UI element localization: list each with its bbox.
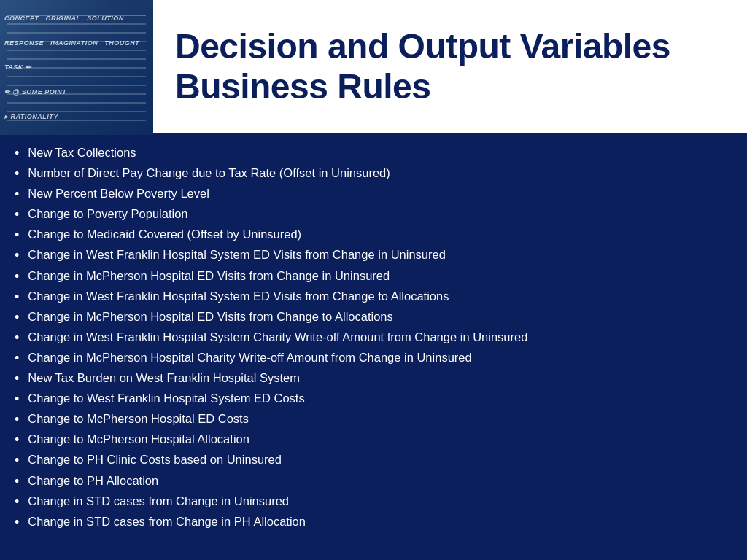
slide-title: Decision and Output Variables Business R… bbox=[175, 26, 725, 106]
img-line-4: ✏ @ some point bbox=[4, 88, 149, 96]
list-item: •Change in STD cases from Change in PH A… bbox=[15, 513, 725, 532]
bullet-text: Change in West Franklin Hospital System … bbox=[28, 288, 725, 306]
bullet-text: Change in STD cases from Change in PH Al… bbox=[28, 513, 725, 531]
bullet-text: Number of Direct Pay Change due to Tax R… bbox=[28, 165, 725, 182]
list-item: •Number of Direct Pay Change due to Tax … bbox=[15, 164, 725, 184]
bullet-dot-icon: • bbox=[15, 430, 19, 449]
list-item: •New Percent Below Poverty Level bbox=[15, 184, 725, 204]
list-item: •Change to Poverty Population bbox=[15, 205, 725, 225]
header-image: CONCEPT ORIGINAL SOLUTION RESPONSE IMAGI… bbox=[0, 0, 153, 135]
bullet-text: Change to West Franklin Hospital System … bbox=[28, 390, 725, 408]
bullet-dot-icon: • bbox=[15, 144, 19, 163]
bullet-dot-icon: • bbox=[15, 492, 19, 511]
list-item: •Change in McPherson Hospital Charity Wr… bbox=[15, 349, 725, 368]
list-item: •Change to McPherson Hospital ED Costs bbox=[15, 410, 725, 429]
slide-container: CONCEPT ORIGINAL SOLUTION RESPONSE IMAGI… bbox=[0, 0, 747, 560]
bullet-dot-icon: • bbox=[15, 389, 19, 408]
bullet-text: New Percent Below Poverty Level bbox=[28, 185, 725, 203]
list-item: •Change to West Franklin Hospital System… bbox=[15, 389, 725, 409]
img-line-5: ▸ RATIONALITY bbox=[4, 113, 149, 120]
list-item: •Change in West Franklin Hospital System… bbox=[15, 246, 725, 265]
list-item: •Change in STD cases from Change in Unin… bbox=[15, 492, 725, 512]
bullet-dot-icon: • bbox=[15, 451, 19, 470]
list-item: •Change to McPherson Hospital Allocation bbox=[15, 430, 725, 450]
header-title: Decision and Output Variables Business R… bbox=[153, 0, 747, 133]
bullet-text: Change to Poverty Population bbox=[28, 206, 725, 223]
bullet-dot-icon: • bbox=[15, 472, 19, 491]
list-item: •Change to PH Clinic Costs based on Unin… bbox=[15, 451, 725, 470]
bullet-text: Change to McPherson Hospital ED Costs bbox=[28, 411, 725, 428]
bullet-text: Change in McPherson Hospital ED Visits f… bbox=[28, 268, 725, 285]
bullet-text: Change in STD cases from Change in Unins… bbox=[28, 493, 725, 510]
list-item: •Change in West Franklin Hospital System… bbox=[15, 328, 725, 348]
bullet-text: Change to PH Clinic Costs based on Unins… bbox=[28, 451, 725, 469]
list-item: •New Tax Collections bbox=[15, 144, 725, 163]
bullet-list: •New Tax Collections•Number of Direct Pa… bbox=[15, 144, 725, 532]
img-line-1: CONCEPT ORIGINAL SOLUTION bbox=[4, 15, 149, 22]
title-line-1: Decision and Output Variables bbox=[175, 27, 670, 66]
list-item: •Change to Medicaid Covered (Offset by U… bbox=[15, 225, 725, 245]
bullet-dot-icon: • bbox=[15, 513, 19, 532]
list-item: •New Tax Burden on West Franklin Hospita… bbox=[15, 369, 725, 389]
list-item: •Change in West Franklin Hospital System… bbox=[15, 287, 725, 307]
bullet-dot-icon: • bbox=[15, 246, 19, 265]
bullet-text: Change to McPherson Hospital Allocation bbox=[28, 431, 725, 448]
bullet-dot-icon: • bbox=[15, 287, 19, 306]
list-item: •Change to PH Allocation bbox=[15, 472, 725, 491]
bullet-text: Change in West Franklin Hospital System … bbox=[28, 246, 725, 264]
bullet-text: Change in McPherson Hospital Charity Wri… bbox=[28, 349, 725, 367]
title-line-2: Business Rules bbox=[175, 67, 430, 106]
bullet-text: Change in McPherson Hospital ED Visits f… bbox=[28, 308, 725, 326]
bullet-dot-icon: • bbox=[15, 164, 19, 183]
bullet-dot-icon: • bbox=[15, 308, 19, 327]
header: CONCEPT ORIGINAL SOLUTION RESPONSE IMAGI… bbox=[0, 0, 747, 135]
bullet-text: Change to PH Allocation bbox=[28, 472, 725, 490]
bullet-text: New Tax Burden on West Franklin Hospital… bbox=[28, 370, 725, 387]
bullet-dot-icon: • bbox=[15, 369, 19, 388]
img-line-2: RESPONSE IMAGINATION THOUGHT bbox=[4, 39, 149, 47]
bullet-dot-icon: • bbox=[15, 267, 19, 286]
content-area: •New Tax Collections•Number of Direct Pa… bbox=[0, 135, 747, 560]
bullet-dot-icon: • bbox=[15, 349, 19, 368]
header-image-inner: CONCEPT ORIGINAL SOLUTION RESPONSE IMAGI… bbox=[0, 0, 153, 135]
list-item: •Change in McPherson Hospital ED Visits … bbox=[15, 267, 725, 287]
bullet-dot-icon: • bbox=[15, 328, 19, 347]
image-text-overlay: CONCEPT ORIGINAL SOLUTION RESPONSE IMAGI… bbox=[0, 0, 153, 135]
list-item: •Change in McPherson Hospital ED Visits … bbox=[15, 308, 725, 327]
bullet-text: Change in West Franklin Hospital System … bbox=[28, 329, 725, 346]
bullet-dot-icon: • bbox=[15, 205, 19, 224]
bullet-dot-icon: • bbox=[15, 225, 19, 244]
bullet-dot-icon: • bbox=[15, 184, 19, 203]
bullet-text: New Tax Collections bbox=[28, 144, 725, 162]
bullet-dot-icon: • bbox=[15, 410, 19, 429]
bullet-text: Change to Medicaid Covered (Offset by Un… bbox=[28, 226, 725, 244]
img-line-3: TASK ✏ bbox=[4, 63, 149, 71]
